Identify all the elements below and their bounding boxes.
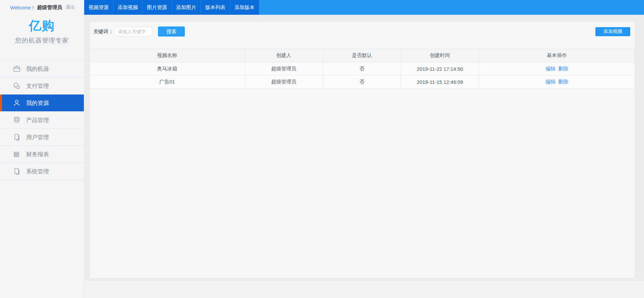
current-username: 超级管理员 — [37, 4, 62, 11]
user-bar: Welcome ! 超级管理员 退出 — [0, 0, 84, 15]
cell-created-at: 2019-11-15 12:46:09 — [401, 75, 479, 88]
sidebar-item-label: 产品管理 — [26, 116, 49, 124]
cell-actions: 编辑删除 — [479, 75, 635, 88]
tab-version-list[interactable]: 版本列表 — [201, 0, 230, 15]
tab-add-video[interactable]: 添加视频 — [113, 0, 143, 15]
content-panel: 关键词： 搜索 添加视频 视频名称 创建人 是否默认 创建时间 — [90, 21, 635, 278]
sidebar-menu: 我的机器 支付管理 我的资源 — [0, 60, 84, 180]
welcome-text: Welcome ! — [10, 5, 34, 10]
report-bars-icon — [13, 150, 21, 158]
logo-title: 亿购 — [0, 17, 84, 34]
col-video-name: 视频名称 — [90, 49, 245, 62]
tab-video-resources[interactable]: 视频资源 — [84, 0, 113, 15]
sidebar: Welcome ! 超级管理员 退出 亿购 您的机器管理专家 我的机器 — [0, 0, 84, 298]
person-icon — [13, 99, 21, 107]
main-area: 视频资源 添加视频 图片资源 添加图片 版本列表 添加版本 关键词： 搜索 添加… — [84, 0, 644, 281]
video-table: 视频名称 创建人 是否默认 创建时间 基本操作 奥马冰箱 超级管理员 否 201… — [90, 49, 635, 88]
add-video-button[interactable]: 添加视频 — [595, 27, 630, 36]
document-icon — [13, 133, 21, 141]
col-creator: 创建人 — [245, 49, 323, 62]
sidebar-item-products[interactable]: 产品管理 — [0, 112, 84, 129]
sidebar-item-label: 支付管理 — [26, 82, 49, 90]
search-toolbar: 关键词： 搜索 添加视频 — [90, 22, 635, 37]
logo-subtitle: 您的机器管理专家 — [0, 36, 84, 45]
sidebar-item-finance-reports[interactable]: 财务报表 — [0, 146, 84, 163]
search-button[interactable]: 搜索 — [158, 26, 185, 37]
edit-link[interactable]: 编辑 — [545, 66, 555, 71]
briefcase-icon — [13, 65, 21, 73]
sidebar-item-my-machines[interactable]: 我的机器 — [0, 60, 84, 77]
cell-creator: 超级管理员 — [245, 62, 323, 75]
sidebar-item-my-resources[interactable]: 我的资源 — [0, 95, 84, 112]
sidebar-item-users[interactable]: 用户管理 — [0, 129, 84, 146]
chat-bubbles-icon — [13, 82, 21, 90]
table-row: 广告01 超级管理员 否 2019-11-15 12:46:09 编辑删除 — [90, 75, 635, 88]
logo: 亿购 您的机器管理专家 — [0, 15, 84, 45]
logout-link[interactable]: 退出 — [66, 4, 75, 10]
cell-created-at: 2019-11-22 17:14:50 — [401, 62, 479, 75]
col-created-at: 创建时间 — [401, 49, 479, 62]
sidebar-item-label: 财务报表 — [26, 151, 49, 158]
cell-actions: 编辑删除 — [479, 62, 635, 75]
database-icon — [13, 116, 21, 124]
cell-video-name: 奥马冰箱 — [90, 62, 245, 75]
sidebar-item-label: 系统管理 — [26, 168, 49, 175]
sidebar-item-label: 我的资源 — [26, 99, 49, 107]
cell-is-default: 否 — [323, 62, 401, 75]
edit-link[interactable]: 编辑 — [545, 79, 555, 84]
keyword-label: 关键词： — [93, 28, 113, 35]
tab-image-resources[interactable]: 图片资源 — [143, 0, 172, 15]
content-area: 关键词： 搜索 添加视频 视频名称 创建人 是否默认 创建时间 — [84, 15, 644, 281]
top-navbar: 视频资源 添加视频 图片资源 添加图片 版本列表 添加版本 — [84, 0, 644, 15]
table-header-row: 视频名称 创建人 是否默认 创建时间 基本操作 — [90, 49, 635, 62]
sidebar-item-label: 用户管理 — [26, 133, 49, 141]
col-actions: 基本操作 — [479, 49, 635, 62]
cell-is-default: 否 — [323, 75, 401, 88]
keyword-input[interactable] — [115, 27, 152, 36]
table-row: 奥马冰箱 超级管理员 否 2019-11-22 17:14:50 编辑删除 — [90, 62, 635, 75]
file-icon — [13, 167, 21, 175]
col-is-default: 是否默认 — [323, 49, 401, 62]
delete-link[interactable]: 删除 — [558, 79, 568, 84]
tab-add-image[interactable]: 添加图片 — [172, 0, 201, 15]
cell-creator: 超级管理员 — [245, 75, 323, 88]
sidebar-item-payments[interactable]: 支付管理 — [0, 77, 84, 95]
delete-link[interactable]: 删除 — [558, 66, 568, 71]
sidebar-item-system[interactable]: 系统管理 — [0, 163, 84, 180]
cell-video-name: 广告01 — [90, 75, 245, 88]
sidebar-item-label: 我的机器 — [26, 65, 49, 73]
tab-add-version[interactable]: 添加版本 — [230, 0, 259, 15]
